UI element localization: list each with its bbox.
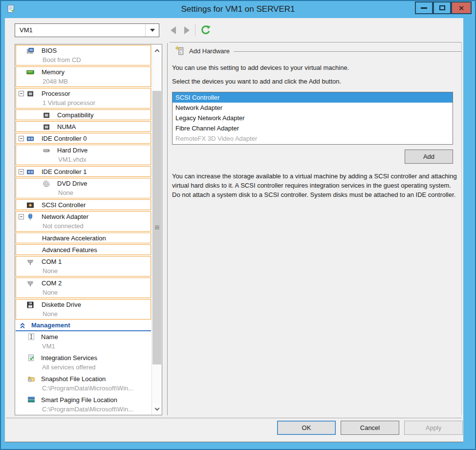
- titlebar[interactable]: Settings for VM1 on SERVER1 ✕: [0, 0, 476, 18]
- window-title: Settings for VM1 on SERVER1: [0, 0, 476, 18]
- sidebar-item-name[interactable]: NameVM1: [16, 332, 151, 353]
- sidebar-item-label: IDE Controller 0: [42, 135, 87, 142]
- memory-icon: [26, 68, 34, 76]
- sidebar-item-diskette-drive[interactable]: Diskette DriveNone: [16, 299, 151, 320]
- panel-right-border: [461, 42, 462, 415]
- intro-text-2: Select the devices you want to add and c…: [172, 78, 341, 85]
- sidebar-item-network-adapter[interactable]: Network AdapterNot connected: [16, 211, 151, 232]
- sidebar-item-dvd-drive[interactable]: DVD DriveNone: [16, 178, 151, 198]
- sidebar-item-compatibility[interactable]: Compatibility: [16, 109, 151, 120]
- sidebar-item-label: Compatibility: [57, 111, 93, 119]
- sidebar-item-hard-drive[interactable]: Hard DriveVM1.vhdx: [16, 145, 151, 165]
- network-adapter-icon: [26, 213, 34, 221]
- sidebar-item-label: Name: [41, 333, 58, 341]
- device-item-scsi-controller[interactable]: SCSI Controller: [173, 92, 453, 103]
- collapse-expander-icon[interactable]: [19, 91, 24, 96]
- sidebar-item-label: Network Adapter: [42, 213, 88, 220]
- sidebar-item-bios[interactable]: BIOSBoot from CD: [16, 45, 151, 65]
- chevron-up-icon: [154, 49, 159, 54]
- sidebar-item-integration-services[interactable]: Integration ServicesAll services offered: [16, 353, 151, 374]
- footer-divider: [6, 418, 462, 418]
- add-button[interactable]: Add: [405, 150, 453, 164]
- sidebar-item-label: Processor: [42, 90, 70, 97]
- vm-selector-dropdown-button[interactable]: [145, 24, 159, 37]
- sidebar-item-label: Hard Drive: [57, 147, 87, 154]
- sidebar-item-sublabel: All services offered: [42, 364, 96, 371]
- sidebar-item-memory[interactable]: Memory2048 MB: [16, 66, 151, 87]
- forward-button[interactable]: [184, 26, 190, 34]
- toolbar-separator: [195, 24, 195, 36]
- sidebar-item-sublabel: 2048 MB: [43, 78, 68, 85]
- sidebar-item-ide-controller-1[interactable]: IDE Controller 1: [16, 166, 151, 177]
- device-list[interactable]: SCSI ControllerNetwork AdapterLegacy Net…: [172, 92, 453, 145]
- ide-controller-icon: [26, 135, 34, 143]
- chevron-down-icon: [150, 29, 155, 32]
- sidebar-item-sublabel: C:\ProgramData\Microsoft\Win...: [42, 385, 133, 392]
- close-button[interactable]: ✕: [451, 1, 472, 14]
- sidebar-scrollbar[interactable]: [151, 44, 162, 415]
- device-item-legacy-network-adapter[interactable]: Legacy Network Adapter: [173, 113, 453, 123]
- sidebar-item-label: Hardware Acceleration: [42, 235, 106, 242]
- double-chevron-up-icon: [19, 322, 26, 329]
- hardware-tree: BIOSBoot from CDMemory2048 MBProcessor1 …: [15, 44, 162, 415]
- sidebar-item-ide-controller-0[interactable]: IDE Controller 0: [16, 133, 151, 144]
- dvd-drive-icon: [43, 180, 50, 188]
- collapse-expander-icon[interactable]: [19, 169, 24, 174]
- maximize-icon: [439, 5, 445, 10]
- header-rule: [234, 51, 461, 52]
- diskette-drive-icon: [26, 301, 34, 309]
- device-item-network-adapter[interactable]: Network Adapter: [173, 103, 453, 113]
- sidebar-item-label: Diskette Drive: [42, 301, 81, 308]
- maximize-button[interactable]: [433, 1, 451, 14]
- sidebar-item-scsi-controller[interactable]: SCSI Controller: [16, 199, 151, 210]
- sidebar-item-smart-paging-file-location[interactable]: Smart Paging File LocationC:\ProgramData…: [16, 395, 151, 415]
- hardware-tree-rows: BIOSBoot from CDMemory2048 MBProcessor1 …: [15, 44, 151, 415]
- minimize-button[interactable]: [415, 1, 433, 14]
- bios-icon: [26, 47, 34, 55]
- sidebar-item-numa[interactable]: NUMA: [16, 121, 151, 132]
- cancel-button[interactable]: Cancel: [341, 421, 399, 435]
- sidebar-item-sublabel: None: [43, 310, 58, 318]
- sidebar-item-com-2[interactable]: COM 2None: [16, 278, 151, 298]
- ok-button[interactable]: OK: [277, 421, 336, 435]
- sidebar-item-label: SCSI Controller: [42, 201, 86, 209]
- sidebar-item-label: Integration Services: [41, 354, 97, 362]
- scroll-down-button[interactable]: [152, 404, 162, 415]
- com-port-icon: [26, 258, 34, 266]
- collapse-expander-icon[interactable]: [19, 136, 24, 141]
- com-port-icon: [26, 279, 34, 287]
- integration-services-icon: [27, 354, 35, 362]
- vm-selector[interactable]: VM1: [15, 23, 159, 37]
- minimize-icon: [421, 7, 427, 9]
- sidebar-item-label: COM 2: [42, 279, 62, 287]
- close-icon: ✕: [458, 4, 465, 12]
- sidebar-item-hardware-acceleration[interactable]: Hardware Acceleration: [16, 233, 151, 243]
- sidebar-item-label: Memory: [42, 68, 65, 76]
- ide-controller-icon: [26, 168, 34, 176]
- collapse-expander-icon[interactable]: [19, 214, 24, 219]
- back-button[interactable]: [171, 26, 176, 34]
- refresh-button[interactable]: [200, 24, 212, 36]
- sidebar-item-com-1[interactable]: COM 1None: [16, 256, 151, 277]
- scsi-controller-icon: [26, 201, 34, 209]
- name-icon: [27, 333, 35, 341]
- snapshot-icon: [27, 375, 35, 383]
- scroll-up-button[interactable]: [152, 44, 162, 55]
- vm-selector-value: VM1: [20, 24, 33, 37]
- apply-button[interactable]: Apply: [404, 421, 463, 435]
- management-section-header[interactable]: Management: [16, 321, 151, 331]
- sidebar-item-sublabel: Boot from CD: [43, 56, 81, 64]
- scrollbar-thumb[interactable]: [152, 91, 161, 364]
- sidebar-item-processor[interactable]: Processor1 Virtual processor: [16, 88, 151, 108]
- sidebar-item-sublabel: VM1.vhdx: [58, 156, 87, 163]
- sidebar-item-label: BIOS: [42, 47, 57, 54]
- processor-icon: [43, 123, 50, 131]
- add-hardware-icon: [175, 46, 185, 56]
- sidebar-item-sublabel: Not connected: [43, 222, 84, 230]
- sidebar-item-snapshot-file-location[interactable]: Snapshot File LocationC:\ProgramData\Mic…: [16, 374, 151, 395]
- sidebar-item-label: DVD Drive: [57, 180, 87, 187]
- sidebar-item-label: COM 1: [42, 258, 62, 265]
- add-hardware-header: Add Hardware: [175, 46, 461, 56]
- device-item-fibre-channel-adapter[interactable]: Fibre Channel Adapter: [173, 123, 453, 133]
- sidebar-item-advanced-features[interactable]: Advanced Features: [16, 244, 151, 255]
